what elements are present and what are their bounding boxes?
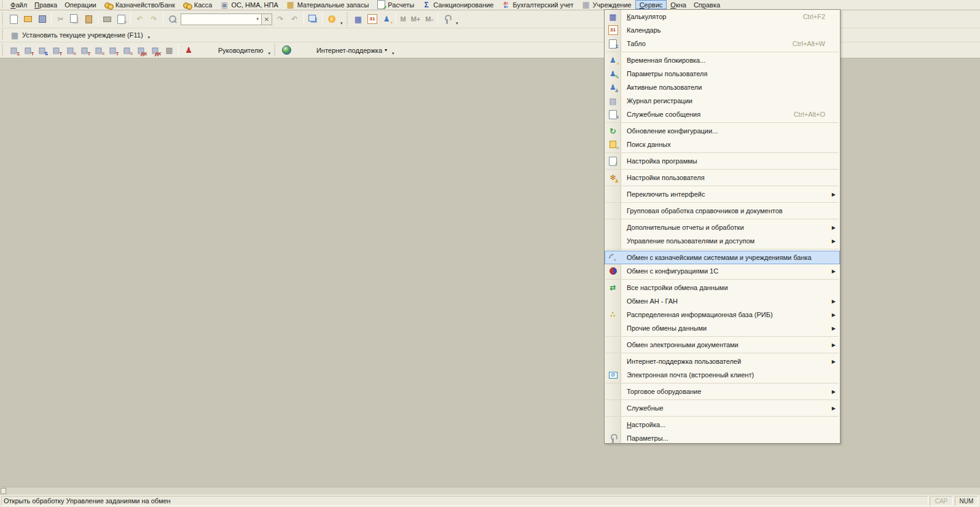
service-menu-item-43[interactable]: Параметры... [605,431,840,445]
service-menu-item-38[interactable]: Торговое оборудование▶ [605,385,840,398]
report-summary-postings-button[interactable]: ▤≡ [120,44,134,57]
menubar-item-13[interactable]: Окна [667,0,690,9]
report-turnover-account-button[interactable]: ▤Т [106,44,120,57]
user-lock-icon: ♟▪ [382,14,391,24]
windows-button[interactable] [306,12,320,26]
service-menu-item-30[interactable]: ∴Распределенная информационная база (РИБ… [605,308,840,321]
search-input[interactable]: ▾ [181,14,262,25]
search-button[interactable] [165,12,179,26]
print-button[interactable] [100,12,114,26]
service-menu-item-33[interactable]: Обмен электронными документами▶ [605,338,840,352]
service-menu-item-36[interactable]: @Электронная почта (встроенный клиент) [605,368,840,382]
menubar-item-4[interactable]: Казначейство/Банк [100,0,179,9]
toolbar-grip[interactable] [1,44,5,57]
service-menu-item-29[interactable]: Обмен АН - ГАН▶ [605,294,840,308]
internet-support-dropdown-arrow[interactable]: ▾ [385,47,387,53]
service-menu-item-1[interactable]: ▦КалькуляторCtrl+F2 [605,10,840,23]
menubar-item-14[interactable]: Справка [690,0,724,9]
calendar-button[interactable]: 31 [366,12,380,26]
service-menu-item-3[interactable]: ΣТаблоCtrl+Alt+W [605,37,840,50]
calculator-button[interactable]: ▦ [351,12,366,26]
menu-bar: ФайлПравкаОперацииКазначейство/БанкКасса… [0,0,980,10]
menubar-item-9[interactable]: ΣСанкционирование [418,0,497,9]
toolbar-options-caret[interactable]: ▾ [456,21,458,28]
report-chess-sheet-button[interactable]: ▩ [162,44,176,57]
redo-button[interactable]: ↷ [147,12,161,26]
panel-resize-box[interactable] [1,488,6,494]
toolbar-more-caret[interactable]: ▾ [148,35,151,42]
report-journal-order-button[interactable]: ▤ДК [148,44,162,57]
service-menu-item-16[interactable]: ✻♟Настройки пользователя [605,171,840,184]
service-menu-item-11[interactable]: ↻Обновление конфигурации... [605,124,840,138]
report-subconto-analysis-button[interactable]: ▤≡ [63,44,77,57]
report-turnover-balance-sheet-button[interactable]: ▤Σ [7,44,21,57]
toolbar-options-caret[interactable]: ▾ [340,21,343,28]
toolbar-grip[interactable] [1,29,5,41]
combobox-dropdown-arrow[interactable]: ▾ [254,17,261,22]
toolbar-grip[interactable] [273,44,277,57]
menubar-item-3[interactable]: Операции [61,0,100,9]
menubar-grip[interactable] [1,1,5,9]
service-menu-item-18[interactable]: Переключить интерфейс▶ [605,187,840,201]
service-menu-item-40[interactable]: Служебные▶ [605,401,840,415]
memory-add-button[interactable]: M+ [409,12,423,26]
service-menu-item-7[interactable]: ♟♟Активные пользователи [605,81,840,94]
report-postings-journal-button[interactable]: ▤⇅ [35,44,49,57]
print-preview-button[interactable]: ○ [114,12,128,26]
info-button[interactable]: i [324,12,339,26]
service-menu-item-28[interactable]: ⇄Все настройки обмена данными [605,281,840,294]
service-menu-item-12[interactable]: ○Поиск данных [605,138,840,151]
menubar-item-7[interactable]: ▦Материальные запасы [282,0,373,9]
toolbar-grip[interactable] [1,12,5,26]
menubar-item-8[interactable]: ↗Расчеты [372,0,418,9]
service-menu-item-42[interactable]: Настройка... [605,418,840,431]
menubar-item-5[interactable]: Касса [179,0,216,9]
search-clear-button[interactable]: ✕ [262,14,272,25]
report-subconto-card-button[interactable]: ▤≡ [92,44,106,57]
menubar-item-2[interactable]: Правка [31,0,61,9]
toolbar-more-caret[interactable]: ▾ [392,51,394,58]
service-menu-item-14[interactable]: ✓Настройка программы [605,154,840,168]
service-menu-item-35[interactable]: Интернет-поддержка пользователей▶ [605,355,840,368]
internet-support-button[interactable]: Интернет-поддержка▾ [279,44,390,57]
report-account-turnover-balance-button[interactable]: ▤Т [21,44,35,57]
service-menu-item-26[interactable]: Обмен с конфигурациями 1С▶ [605,264,840,278]
paste-button[interactable] [82,12,96,26]
menubar-item-6[interactable]: ▣ОС, НМА, НПА [216,0,281,9]
service-menu-item-2[interactable]: 31Календарь [605,23,840,37]
menubar-item-12[interactable]: Сервис [635,0,667,9]
undo-button[interactable]: ↶ [133,12,147,26]
save-button[interactable] [35,12,49,26]
manager-reports-button[interactable]: ♟Руководителю [181,44,266,57]
memory-subtract-button[interactable]: M- [423,12,436,26]
service-menu-item-23[interactable]: Управление пользователями и доступом▶ [605,234,840,248]
report-main-book-button[interactable]: ▤ДК [134,44,148,57]
service-menu-item-25[interactable]: Обмен с казначейскими системами и учрежд… [605,251,840,264]
menubar-item-10[interactable]: ДтКтБухгалтерский учет [497,0,577,9]
menubar-item-1[interactable]: Файл [7,0,31,9]
service-menu-item-20[interactable]: Групповая обработка справочников и докум… [605,204,840,218]
new-doc-button[interactable] [7,12,21,26]
toolbar-grip[interactable] [345,12,350,26]
memory-recall-button[interactable]: M [398,12,409,26]
copy-button[interactable] [68,12,82,26]
menu-item-label: Обновление конфигурации... [627,127,718,135]
service-menu-item-6[interactable]: ♟✎Параметры пользователя [605,67,840,81]
find-prev-button[interactable]: ↶ [288,12,302,26]
service-menu-item-31[interactable]: Прочие обмены данными▶ [605,321,840,335]
service-menu-item-5[interactable]: ♟▪Временная блокировка... [605,53,840,67]
open-folder-button[interactable] [21,12,35,26]
service-menu-item-22[interactable]: Дополнительные отчеты и обработки▶ [605,221,840,234]
set-current-institution-button[interactable]: ▦ Установить текущее учреждение (F11) [7,29,146,41]
toolbar-more-caret[interactable]: ▾ [268,51,270,58]
report-account-analysis-button[interactable]: ▤Т [77,44,92,57]
service-menu-item-9[interactable]: iСлужебные сообщенияCtrl+Alt+O [605,108,840,121]
menubar-item-11[interactable]: ▦Учреждение [578,0,635,9]
user-lock-button[interactable]: ♟▪ [380,12,394,26]
report-account-card-button[interactable]: ▤Т [49,44,63,57]
search-combobox[interactable]: ▾✕ [181,14,272,25]
find-next-button[interactable]: ↷ [273,12,288,26]
cut-button[interactable]: ✂ [53,12,68,26]
service-menu-item-8[interactable]: ▤Журнал регистрации [605,94,840,108]
wrench-button[interactable] [440,12,454,26]
